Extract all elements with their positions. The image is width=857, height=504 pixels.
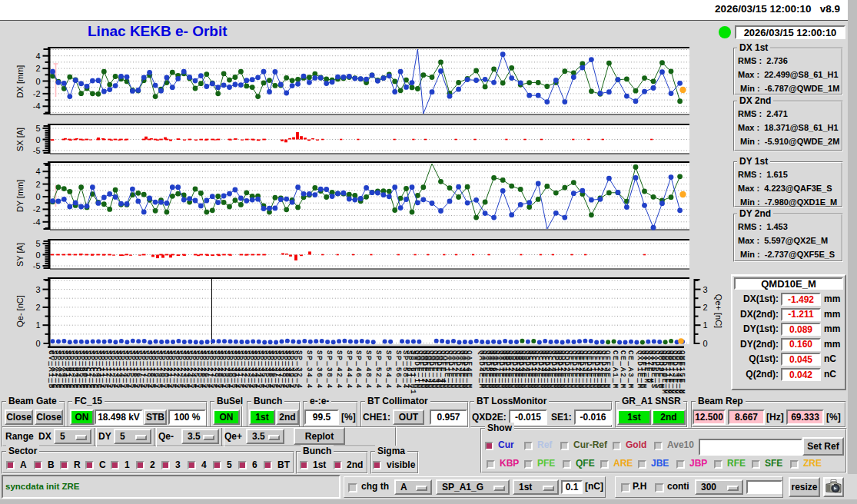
svg-text:2: 2 — [703, 303, 708, 312]
svg-text:QAF4E_M: QAF4E_M — [465, 350, 473, 390]
svg-text:1: 1 — [703, 320, 708, 330]
svg-text:Qe- [nC]: Qe- [nC] — [15, 295, 25, 327]
svg-text:2: 2 — [35, 64, 40, 73]
svg-text:0: 0 — [35, 135, 40, 144]
svg-text:0: 0 — [35, 339, 40, 348]
svg-text:0: 0 — [35, 250, 40, 260]
svg-text:SX [A]: SX [A] — [15, 128, 25, 151]
svg-text:-4: -4 — [33, 101, 41, 111]
svg-text:CE_A1_M: CE_A1_M — [611, 350, 619, 390]
svg-text:DX [mm]: DX [mm] — [15, 65, 25, 98]
svg-text:-5: -5 — [33, 261, 41, 270]
svg-text:CE_A3_M: CE_A3_M — [626, 350, 634, 390]
svg-text:SP_48_4: SP_48_4 — [364, 350, 372, 390]
svg-text:-4: -4 — [33, 217, 41, 227]
svg-text:SY [A]: SY [A] — [15, 243, 25, 267]
svg-text:0: 0 — [703, 339, 708, 348]
svg-text:SP_38_4: SP_38_4 — [325, 350, 333, 390]
svg-text:SP_56_4: SP_56_4 — [394, 350, 402, 390]
svg-text:SP_44_4: SP_44_4 — [345, 350, 353, 390]
svg-text:4: 4 — [35, 167, 40, 176]
svg-text:CE_A2_M: CE_A2_M — [619, 350, 626, 390]
svg-text:1: 1 — [35, 320, 40, 330]
svg-text:SP_42_4: SP_42_4 — [335, 350, 343, 390]
svg-text:0: 0 — [35, 192, 40, 201]
svg-text:SP_36_4: SP_36_4 — [315, 350, 323, 390]
svg-text:SP_32_4: SP_32_4 — [295, 350, 303, 390]
svg-text:4: 4 — [35, 51, 40, 61]
svg-text:-5: -5 — [33, 146, 41, 155]
svg-text:DY [mm]: DY [mm] — [15, 180, 25, 213]
svg-text:SP_52_4: SP_52_4 — [374, 350, 382, 390]
svg-text:QFF3E_M: QFF3E_M — [603, 350, 611, 390]
svg-text:QME15E_M: QME15E_M — [678, 350, 686, 395]
svg-text:3: 3 — [35, 285, 40, 294]
svg-text:-2: -2 — [33, 204, 41, 214]
svg-text:5: 5 — [35, 124, 40, 133]
svg-text:Qe+ [nC]: Qe+ [nC] — [714, 294, 723, 328]
svg-text:-2: -2 — [33, 89, 41, 98]
svg-text:2: 2 — [35, 180, 40, 189]
svg-text:2: 2 — [35, 303, 40, 312]
svg-text:5: 5 — [35, 239, 40, 248]
svg-text:0: 0 — [35, 77, 40, 86]
svg-text:SP_46_4: SP_46_4 — [354, 350, 362, 390]
svg-text:3: 3 — [703, 285, 708, 294]
svg-text:SP_54_4: SP_54_4 — [384, 350, 392, 390]
svg-text:SP_34_4: SP_34_4 — [305, 350, 313, 390]
